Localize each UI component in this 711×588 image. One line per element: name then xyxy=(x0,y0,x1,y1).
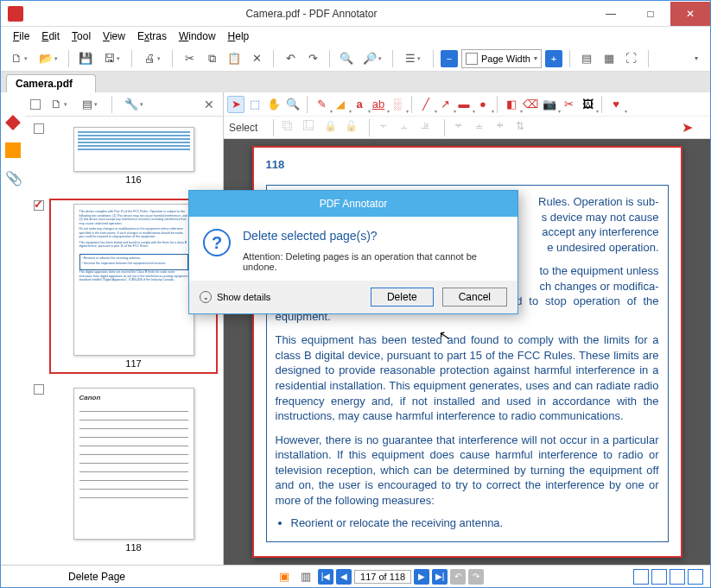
menu-edit[interactable]: Edit xyxy=(36,28,65,44)
viewer: ➤ ⬚ ✋ 🔍 ✎ ◢ a ab ░ ╱ ↗ ▬ ● ◧ ⌫ 📷 ✂ xyxy=(224,92,710,565)
stamp-tool[interactable]: ░ xyxy=(389,96,406,113)
fullscreen-button[interactable]: ⛶ xyxy=(622,49,641,68)
select-tool[interactable]: ➤ xyxy=(227,96,244,113)
highlighter-tool[interactable]: ◢ xyxy=(332,96,349,113)
two-page-button[interactable]: ▦ xyxy=(600,49,619,68)
thumb-118-label: 118 xyxy=(54,542,213,553)
thumb-new-page[interactable]: 🗋 xyxy=(46,95,72,114)
last-page-button[interactable]: ▶| xyxy=(432,569,448,585)
show-details-toggle[interactable]: ⌄ Show details xyxy=(200,291,270,303)
arrow-tool[interactable]: ↗ xyxy=(436,96,454,113)
pen-tool[interactable]: ✎ xyxy=(313,96,330,113)
snapshot-tool[interactable]: 📷 xyxy=(541,96,558,113)
align-center[interactable]: ⫠ xyxy=(399,120,415,136)
menu-help[interactable]: Help xyxy=(223,28,255,44)
nav-icon1[interactable]: ▣ xyxy=(275,567,294,586)
find-drop-button[interactable]: 🔎 xyxy=(359,49,385,68)
document-tab[interactable]: Camera.pdf xyxy=(6,74,96,92)
hand-tool[interactable]: ✋ xyxy=(265,96,282,113)
subtoolbar-label: Select xyxy=(229,122,257,134)
nav-icon2[interactable]: ▥ xyxy=(296,567,315,586)
thumb-toolbar: 🗋 ▤ 🔧 ✕ xyxy=(25,92,223,117)
view-two-up[interactable] xyxy=(670,569,685,585)
text-underline-tool[interactable]: ab xyxy=(370,96,387,113)
text-tool[interactable]: a xyxy=(351,96,368,113)
thumb-118[interactable]: Canon 118 xyxy=(27,383,221,558)
menu-extras[interactable]: Extras xyxy=(132,28,172,44)
menu-view[interactable]: View xyxy=(98,28,130,44)
titlebar: Camera.pdf - PDF Annotator — □ ✕ xyxy=(1,1,710,27)
single-page-button[interactable]: ▤ xyxy=(577,49,596,68)
zoom-mode-selector[interactable]: Page Width ▾ xyxy=(461,49,542,68)
thumb-view-mode[interactable]: ▤ xyxy=(77,95,103,114)
rectangle-tool[interactable]: ▬ xyxy=(455,96,473,113)
pan-tool[interactable]: ⬚ xyxy=(246,96,263,113)
new-button[interactable]: 🗋 xyxy=(6,49,32,68)
group-button[interactable]: ⿻ xyxy=(282,120,298,136)
toolbar-overflow[interactable] xyxy=(686,49,707,68)
thumb-118-checkbox[interactable] xyxy=(34,384,44,395)
copy-button[interactable]: ⧉ xyxy=(202,49,221,68)
save-button[interactable]: 💾 xyxy=(76,49,95,68)
unlock-button[interactable]: 🔓 xyxy=(345,120,360,136)
close-button[interactable]: ✕ xyxy=(670,2,710,26)
nav-forward-button[interactable]: ↷ xyxy=(468,569,484,585)
ungroup-button[interactable]: ⿺ xyxy=(303,120,319,136)
thumb-118-preview: Canon xyxy=(73,388,194,540)
zoom-tool[interactable]: 🔍 xyxy=(284,96,302,113)
side-tab-attachments[interactable]: 📎 xyxy=(5,170,21,186)
dialog-cancel-button[interactable]: Cancel xyxy=(442,288,507,307)
dialog-delete-button[interactable]: Delete xyxy=(371,288,434,307)
minimize-button[interactable]: — xyxy=(591,2,631,26)
open-button[interactable]: 📂 xyxy=(35,49,61,68)
paste-button[interactable]: 📋 xyxy=(225,49,244,68)
page-indicator[interactable]: 117 of 118 xyxy=(354,570,411,584)
align-middle[interactable]: ⫨ xyxy=(474,120,490,136)
select-all-checkbox[interactable] xyxy=(30,99,41,110)
cut-button[interactable]: ✂ xyxy=(180,49,199,68)
favorite-tool[interactable]: ♥ xyxy=(607,96,625,113)
cursor-tool-indicator[interactable]: ➤ xyxy=(682,119,693,136)
print-button[interactable]: 🖨 xyxy=(139,49,165,68)
side-tab-annotations[interactable] xyxy=(5,115,21,130)
save-as-button[interactable]: 🖫 xyxy=(98,49,124,68)
thumb-list[interactable]: 116 This device complies with Part 15 of… xyxy=(25,117,223,565)
line-tool[interactable]: ╱ xyxy=(417,96,435,113)
layers-button[interactable]: ☰ xyxy=(400,49,426,68)
strike-tool[interactable]: ⌫ xyxy=(522,96,539,113)
crop-tool[interactable]: ✂ xyxy=(560,96,577,113)
next-page-button[interactable]: ▶ xyxy=(414,569,429,585)
lock-button[interactable]: 🔒 xyxy=(324,120,340,136)
nav-back-button[interactable]: ↶ xyxy=(450,569,466,585)
app-icon xyxy=(8,6,23,22)
zoom-in-button[interactable]: + xyxy=(545,50,562,67)
view-two-continuous[interactable] xyxy=(688,569,703,585)
prev-page-button[interactable]: ◀ xyxy=(336,569,352,585)
find-button[interactable]: 🔍 xyxy=(337,49,356,68)
eraser-tool[interactable]: ◧ xyxy=(503,96,520,113)
thumb-116-checkbox[interactable] xyxy=(34,123,44,134)
zoom-out-button[interactable]: − xyxy=(441,50,458,67)
menu-tool[interactable]: Tool xyxy=(67,28,96,44)
insert-image-tool[interactable]: 🖼 xyxy=(579,96,596,113)
thumb-close-button[interactable]: ✕ xyxy=(200,98,218,111)
align-bottom[interactable]: ⫩ xyxy=(495,120,511,136)
distribute[interactable]: ⇅ xyxy=(516,120,531,136)
delete-button[interactable]: ✕ xyxy=(247,49,266,68)
first-page-button[interactable]: |◀ xyxy=(318,569,333,585)
redo-button[interactable]: ↷ xyxy=(303,49,322,68)
thumb-116[interactable]: 116 xyxy=(27,122,221,190)
menu-window[interactable]: Window xyxy=(174,28,221,44)
maximize-button[interactable]: □ xyxy=(631,2,670,26)
align-right[interactable]: ⫡ xyxy=(420,120,435,136)
thumb-117-checkbox[interactable] xyxy=(34,200,44,211)
view-single[interactable] xyxy=(633,569,649,585)
align-top[interactable]: ⫧ xyxy=(454,120,469,136)
view-continuous[interactable] xyxy=(651,569,667,585)
side-tab-bookmarks[interactable] xyxy=(5,142,21,158)
thumb-tools[interactable]: 🔧 xyxy=(121,95,147,114)
ellipse-tool[interactable]: ● xyxy=(474,96,492,113)
menu-file[interactable]: File xyxy=(8,28,35,44)
align-left[interactable]: ⫟ xyxy=(378,120,394,136)
undo-button[interactable]: ↶ xyxy=(281,49,300,68)
